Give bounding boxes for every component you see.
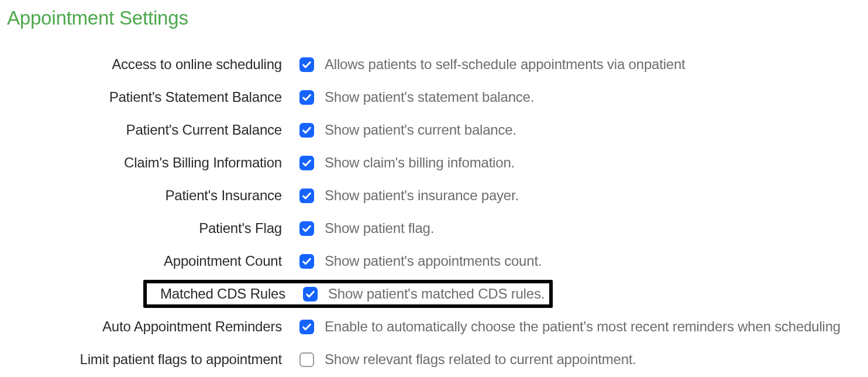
setting-checkbox[interactable] bbox=[299, 123, 314, 138]
setting-row: Access to online schedulingAllows patien… bbox=[7, 50, 868, 78]
setting-description: Show patient flag. bbox=[314, 220, 434, 237]
setting-row: Appointment CountShow patient's appointm… bbox=[7, 247, 868, 275]
setting-description: Show patient's current balance. bbox=[314, 122, 516, 138]
setting-label: Patient's Current Balance bbox=[7, 122, 299, 138]
setting-label: Access to online scheduling bbox=[7, 56, 299, 73]
setting-description: Show patient's matched CDS rules. bbox=[318, 286, 545, 302]
setting-checkbox[interactable] bbox=[299, 254, 314, 269]
setting-row: Matched CDS RulesShow patient's matched … bbox=[7, 280, 868, 308]
setting-description: Show claim's billing infomation. bbox=[314, 155, 515, 171]
setting-row: Patient's InsuranceShow patient's insura… bbox=[7, 181, 868, 210]
setting-checkbox[interactable] bbox=[299, 90, 314, 105]
setting-checkbox[interactable] bbox=[299, 320, 314, 334]
settings-list: Access to online schedulingAllows patien… bbox=[7, 50, 868, 373]
setting-label: Limit patient flags to appointment bbox=[7, 351, 299, 368]
checkbox-wrap bbox=[299, 156, 314, 170]
checkbox-wrap bbox=[299, 188, 314, 203]
highlight-box: Matched CDS RulesShow patient's matched … bbox=[143, 280, 553, 308]
checkbox-wrap bbox=[299, 352, 314, 367]
setting-checkbox[interactable] bbox=[299, 352, 314, 367]
checkbox-wrap bbox=[299, 254, 314, 269]
setting-description: Show patient's insurance payer. bbox=[314, 187, 519, 204]
setting-checkbox[interactable] bbox=[303, 287, 318, 301]
checkbox-wrap bbox=[299, 123, 314, 138]
setting-checkbox[interactable] bbox=[299, 221, 314, 236]
setting-label: Auto Appointment Reminders bbox=[7, 318, 299, 335]
setting-row: Limit patient flags to appointmentShow r… bbox=[7, 345, 868, 373]
checkbox-wrap bbox=[299, 221, 314, 236]
setting-description: Show relevant flags related to current a… bbox=[314, 351, 636, 368]
setting-row: Patient's Current BalanceShow patient's … bbox=[7, 116, 868, 144]
setting-label: Patient's Flag bbox=[7, 220, 299, 237]
setting-description: Enable to automatically choose the patie… bbox=[314, 318, 841, 335]
setting-row: Auto Appointment RemindersEnable to auto… bbox=[7, 313, 868, 341]
setting-label: Matched CDS Rules bbox=[147, 286, 303, 302]
setting-checkbox[interactable] bbox=[299, 57, 314, 72]
setting-description: Show patient's appointments count. bbox=[314, 253, 542, 269]
setting-row: Patient's Statement BalanceShow patient'… bbox=[7, 83, 868, 111]
setting-label: Claim's Billing Information bbox=[7, 155, 299, 171]
checkbox-wrap bbox=[299, 57, 314, 72]
setting-label: Patient's Statement Balance bbox=[7, 89, 299, 105]
checkbox-wrap bbox=[299, 90, 314, 105]
setting-checkbox[interactable] bbox=[299, 156, 314, 170]
setting-description: Show patient's statement balance. bbox=[314, 89, 534, 105]
checkbox-wrap bbox=[299, 320, 314, 334]
page-title: Appointment Settings bbox=[7, 7, 868, 29]
setting-checkbox[interactable] bbox=[299, 188, 314, 203]
setting-label: Appointment Count bbox=[7, 253, 299, 269]
setting-label: Patient's Insurance bbox=[7, 187, 299, 204]
setting-row: Patient's FlagShow patient flag. bbox=[7, 214, 868, 242]
checkbox-wrap bbox=[303, 287, 318, 301]
setting-row: Claim's Billing InformationShow claim's … bbox=[7, 149, 868, 177]
setting-description: Allows patients to self-schedule appoint… bbox=[314, 56, 686, 73]
